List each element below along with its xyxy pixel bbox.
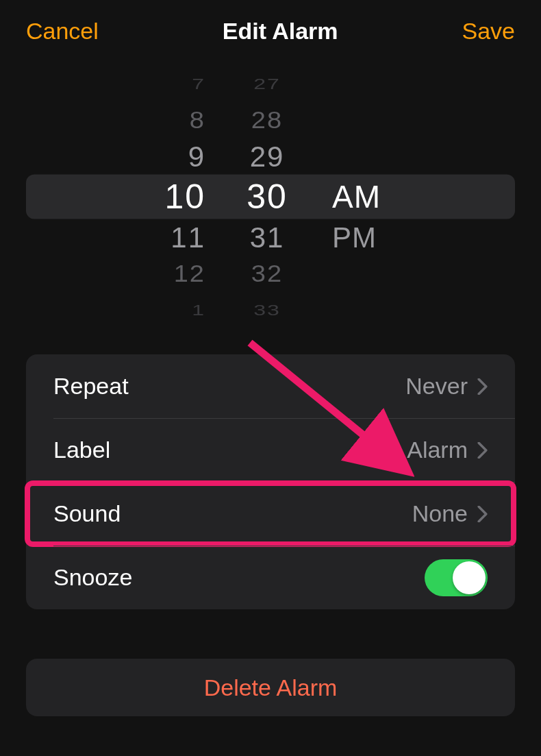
label-label: Label: [53, 437, 110, 463]
sound-value: None: [412, 500, 468, 527]
chevron-right-icon: [477, 506, 488, 522]
hour-option: 8: [190, 103, 205, 136]
repeat-label: Repeat: [53, 373, 129, 400]
period-spacer: [332, 148, 338, 164]
hour-option: 11: [171, 219, 205, 256]
snooze-row: Snooze: [26, 546, 515, 609]
period-wheel[interactable]: AM PM: [315, 77, 459, 317]
save-button[interactable]: Save: [462, 18, 516, 45]
hour-wheel[interactable]: 7 8 9 10 11 12 1: [82, 77, 219, 317]
minute-option: 28: [251, 103, 283, 136]
hour-option: 12: [174, 257, 205, 290]
cancel-button[interactable]: Cancel: [26, 18, 99, 45]
repeat-value: Never: [405, 373, 468, 400]
hour-option: 1: [192, 297, 205, 317]
minute-option: 32: [251, 257, 283, 290]
chevron-right-icon: [477, 378, 488, 395]
repeat-row[interactable]: Repeat Never: [26, 354, 515, 418]
delete-alarm-button[interactable]: Delete Alarm: [26, 659, 515, 716]
minute-option: 29: [250, 138, 285, 175]
time-picker[interactable]: 7 8 9 10 11 12 1 27 28 29 30 31 32 33 AM…: [26, 77, 515, 317]
settings-group: Repeat Never Label Alarm Sound None Snoo…: [26, 354, 515, 609]
period-selected: AM: [332, 175, 381, 219]
label-row[interactable]: Label Alarm: [26, 418, 515, 482]
period-spacer: [332, 112, 338, 128]
period-spacer: [332, 265, 338, 282]
snooze-label: Snooze: [53, 564, 132, 591]
hour-selected: 10: [164, 175, 205, 219]
minute-option: 31: [250, 219, 285, 256]
minute-wheel[interactable]: 27 28 29 30 31 32 33: [219, 77, 315, 317]
minute-option: 27: [253, 77, 281, 97]
sound-label: Sound: [53, 500, 121, 527]
hour-option: 7: [192, 77, 205, 97]
toggle-knob: [453, 561, 486, 594]
chevron-right-icon: [477, 442, 488, 459]
delete-alarm-label: Delete Alarm: [204, 674, 338, 701]
hour-option: 9: [188, 138, 205, 175]
nav-bar: Cancel Edit Alarm Save: [0, 0, 541, 49]
period-spacer: [332, 302, 338, 317]
period-option: PM: [332, 219, 377, 256]
minute-option: 33: [253, 297, 281, 317]
snooze-toggle[interactable]: [425, 559, 488, 596]
sound-row[interactable]: Sound None: [26, 482, 515, 546]
page-title: Edit Alarm: [223, 18, 338, 45]
minute-selected: 30: [247, 175, 288, 219]
label-value: Alarm: [407, 437, 468, 463]
period-spacer: [332, 77, 338, 92]
